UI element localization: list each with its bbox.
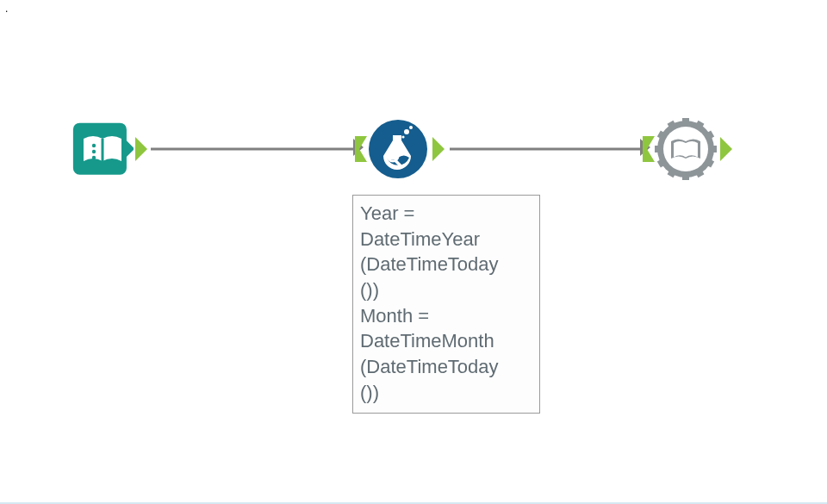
output-anchor[interactable] — [720, 137, 736, 161]
formula-line: Month = — [360, 303, 532, 329]
browse-tool[interactable] — [655, 118, 717, 180]
gear-book-icon — [655, 118, 717, 180]
stray-period: . — [5, 3, 8, 15]
svg-rect-0 — [102, 139, 104, 162]
input-anchor[interactable] — [355, 136, 370, 162]
formula-line: DateTimeMonth — [360, 328, 532, 354]
output-anchor[interactable] — [135, 137, 151, 161]
svg-point-1 — [92, 144, 96, 147]
svg-point-2 — [92, 150, 96, 153]
input-anchor[interactable] — [643, 136, 658, 162]
svg-point-9 — [401, 135, 404, 138]
svg-rect-13 — [682, 173, 689, 180]
svg-point-3 — [92, 156, 96, 159]
formula-line: ()) — [360, 380, 532, 406]
input-data-tool[interactable] — [72, 118, 134, 180]
formula-annotation[interactable]: Year = DateTimeYear (DateTimeToday ()) M… — [352, 195, 540, 414]
open-book-icon — [72, 118, 134, 180]
formula-line: (DateTimeToday — [360, 354, 532, 380]
flask-icon — [367, 118, 429, 180]
formula-tool[interactable] — [367, 118, 429, 180]
workflow-canvas[interactable]: . — [0, 0, 827, 504]
connector-1 — [151, 148, 356, 151]
formula-line: (DateTimeToday — [360, 252, 532, 277]
formula-line: ()) — [360, 277, 532, 303]
svg-rect-15 — [710, 146, 717, 152]
formula-line: DateTimeYear — [360, 227, 532, 252]
output-anchor[interactable] — [432, 137, 448, 161]
formula-line: Year = — [360, 201, 532, 227]
svg-point-8 — [409, 126, 413, 129]
connector-2 — [450, 148, 643, 151]
svg-point-7 — [404, 129, 409, 134]
svg-rect-12 — [682, 118, 689, 125]
